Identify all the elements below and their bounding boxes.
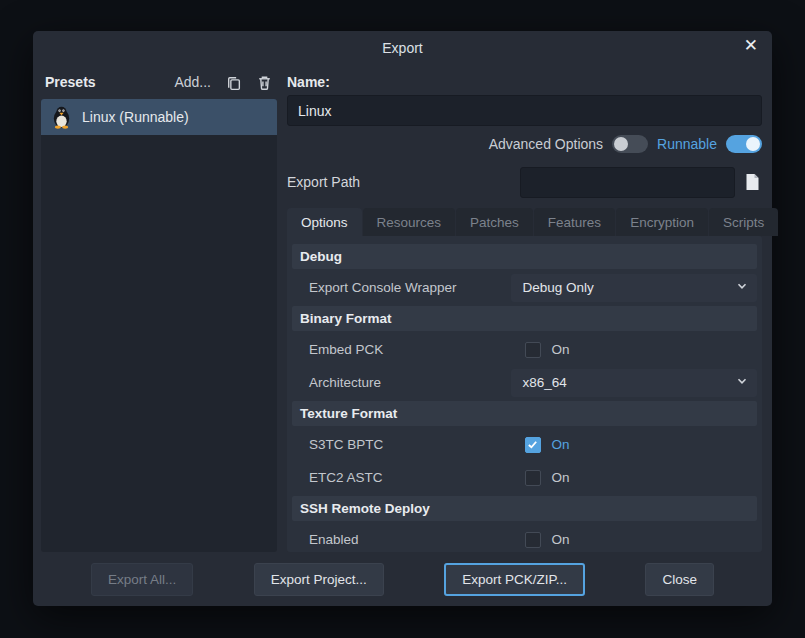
tab-options[interactable]: Options: [287, 208, 362, 236]
embed-pck-label: Embed PCK: [292, 342, 511, 357]
preset-item-label: Linux (Runnable): [82, 109, 189, 125]
export-console-wrapper-dropdown[interactable]: Debug Only: [511, 274, 757, 302]
advanced-options-toggle[interactable]: [612, 135, 648, 153]
etc2-astc-checkbox[interactable]: [525, 470, 541, 486]
section-header-texture-format: Texture Format: [292, 401, 757, 426]
toggles-row: Advanced Options Runnable: [287, 126, 762, 162]
architecture-dropdown[interactable]: x86_64: [511, 369, 757, 397]
row-ssh-enabled: Enabled On: [292, 524, 757, 555]
ssh-enabled-label: Enabled: [292, 532, 511, 547]
linux-penguin-icon: [50, 105, 73, 129]
s3tc-bptc-label: S3TC BPTC: [292, 437, 511, 452]
add-preset-button[interactable]: Add...: [172, 72, 213, 92]
toggle-knob: [614, 137, 628, 151]
duplicate-preset-icon[interactable]: [223, 72, 244, 93]
presets-heading: Presets: [45, 74, 96, 90]
chevron-down-icon: [736, 375, 748, 390]
tab-patches[interactable]: Patches: [456, 208, 533, 236]
s3tc-bptc-on-label: On: [552, 437, 570, 452]
row-embed-pck: Embed PCK On: [292, 334, 757, 365]
export-project-button[interactable]: Export Project...: [254, 563, 384, 596]
presets-header: Presets Add...: [41, 65, 277, 99]
row-architecture: Architecture x86_64: [292, 367, 757, 398]
row-etc2-astc: ETC2 ASTC On: [292, 462, 757, 493]
export-path-label: Export Path: [287, 174, 360, 190]
close-icon[interactable]: ✕: [740, 35, 762, 56]
export-path-row: Export Path: [287, 162, 762, 202]
embed-pck-on-label: On: [552, 342, 570, 357]
section-header-ssh-remote-deploy: SSH Remote Deploy: [292, 496, 757, 521]
architecture-label: Architecture: [292, 375, 511, 390]
export-path-input[interactable]: [520, 167, 735, 198]
tab-bar: Options Resources Patches Features Encry…: [287, 208, 762, 236]
row-s3tc-bptc: S3TC BPTC On: [292, 429, 757, 460]
dropdown-value: x86_64: [523, 375, 567, 390]
presets-panel: Presets Add...: [41, 65, 277, 552]
export-form-panel: Name: Advanced Options Runnable Export P…: [287, 65, 764, 552]
dialog-titlebar: Export ✕: [33, 33, 772, 63]
options-tab-panel: Debug Export Console Wrapper Debug Only: [287, 236, 762, 552]
ssh-enabled-on-label: On: [552, 532, 570, 547]
tab-resources[interactable]: Resources: [363, 208, 456, 236]
embed-pck-checkbox[interactable]: [525, 342, 541, 358]
ssh-enabled-checkbox[interactable]: [525, 532, 541, 548]
tab-features[interactable]: Features: [534, 208, 615, 236]
editor-backdrop: Export ✕ Presets Add...: [0, 0, 805, 638]
section-header-binary-format: Binary Format: [292, 306, 757, 331]
export-all-button[interactable]: Export All...: [91, 563, 193, 596]
etc2-astc-on-label: On: [552, 470, 570, 485]
tab-scripts[interactable]: Scripts: [709, 208, 778, 236]
dialog-footer: Export All... Export Project... Export P…: [33, 552, 772, 606]
dropdown-value: Debug Only: [523, 280, 594, 295]
runnable-toggle[interactable]: [726, 135, 762, 153]
browse-file-icon[interactable]: [742, 171, 762, 193]
section-header-debug: Debug: [292, 244, 757, 269]
close-button[interactable]: Close: [645, 563, 714, 596]
etc2-astc-label: ETC2 ASTC: [292, 470, 511, 485]
export-console-wrapper-label: Export Console Wrapper: [292, 280, 511, 295]
dialog-title: Export: [382, 40, 422, 56]
preset-item-linux[interactable]: Linux (Runnable): [41, 99, 277, 135]
advanced-options-label: Advanced Options: [489, 136, 603, 152]
runnable-label: Runnable: [657, 136, 717, 152]
export-pck-zip-button[interactable]: Export PCK/ZIP...: [444, 563, 585, 596]
export-dialog: Export ✕ Presets Add...: [33, 31, 772, 606]
toggle-knob: [746, 137, 760, 151]
preset-list[interactable]: Linux (Runnable): [41, 99, 277, 552]
tab-encryption[interactable]: Encryption: [616, 208, 708, 236]
preset-name-input[interactable]: [287, 95, 762, 126]
row-export-console-wrapper: Export Console Wrapper Debug Only: [292, 272, 757, 303]
delete-preset-icon[interactable]: [254, 72, 275, 93]
chevron-down-icon: [736, 280, 748, 295]
s3tc-bptc-checkbox[interactable]: [525, 437, 541, 453]
dialog-body: Presets Add...: [33, 63, 772, 552]
name-label: Name:: [287, 69, 762, 95]
